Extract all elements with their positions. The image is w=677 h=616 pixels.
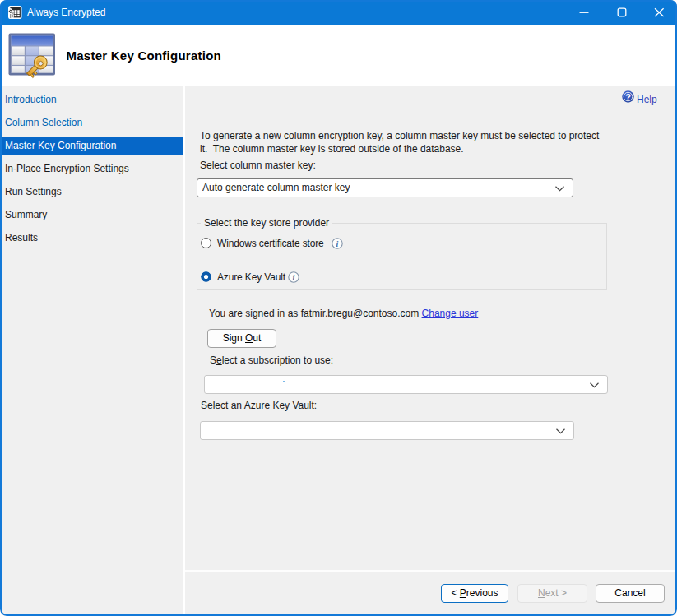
- svg-text:?: ?: [625, 92, 631, 102]
- svg-text:i: i: [293, 273, 295, 282]
- svg-text:i: i: [336, 239, 339, 248]
